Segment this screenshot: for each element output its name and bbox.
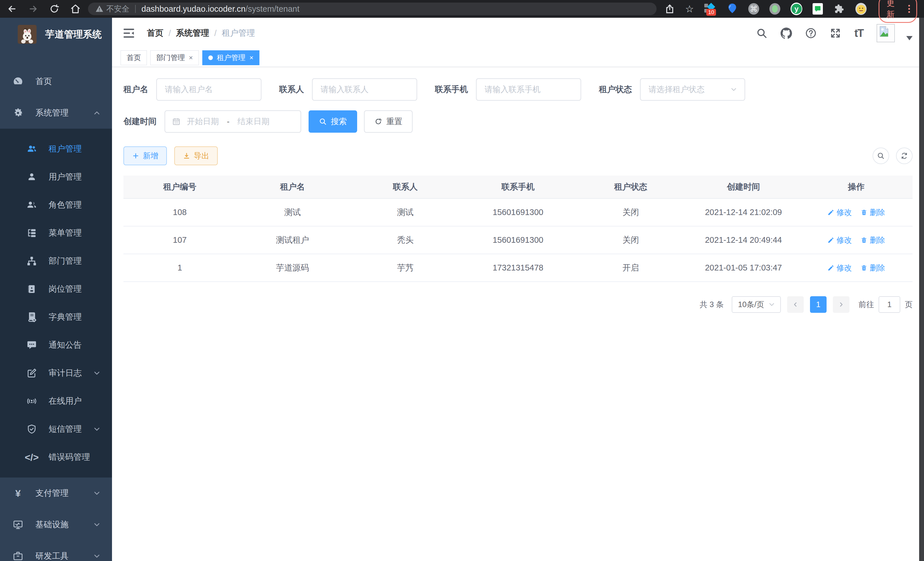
address-bar[interactable]: 不安全 dashboard.yudao.iocoder.cn/system/te… <box>88 3 657 15</box>
sidebar-item-system[interactable]: 系统管理 <box>0 97 112 129</box>
avatar-caret-icon[interactable] <box>906 36 913 40</box>
goto-page-input[interactable] <box>879 296 900 313</box>
contact-input[interactable] <box>312 78 417 101</box>
breadcrumb-separator: / <box>169 29 171 38</box>
extension-y-icon[interactable]: y <box>790 3 802 15</box>
tab-tenant[interactable]: 租户管理 × <box>202 50 260 65</box>
briefcase-icon <box>12 550 24 561</box>
add-button[interactable]: 新增 <box>123 146 167 165</box>
sidebar-item-sms[interactable]: 短信管理 <box>0 415 112 443</box>
calendar-icon <box>172 117 181 126</box>
browser-forward-icon[interactable] <box>28 4 38 14</box>
sidebar-toggle-icon[interactable] <box>122 27 135 40</box>
extension-balloon-icon[interactable] <box>726 3 738 15</box>
search-button[interactable]: 搜索 <box>309 110 357 133</box>
sidebar-item-pay[interactable]: ¥ 支付管理 <box>0 478 112 509</box>
chevron-down-icon <box>93 520 101 529</box>
chrome-update-button[interactable]: 更新 <box>879 0 917 23</box>
bookmark-star-icon[interactable]: ☆ <box>685 4 694 14</box>
trash-icon <box>861 237 867 244</box>
browser-back-icon[interactable] <box>7 4 17 14</box>
toggle-search-button[interactable] <box>873 147 889 164</box>
status-select[interactable]: 请选择租户状态 <box>640 78 745 101</box>
sidebar-menu: 首页 系统管理 租户管理 用户管理 角色管理 <box>0 51 112 561</box>
filter-row-1: 租户名 联系人 联系手机 租户状态 请选择租户状态 <box>123 78 913 101</box>
share-icon[interactable] <box>664 4 675 14</box>
window-edge-scrollbar[interactable] <box>919 18 924 561</box>
delete-link[interactable]: 删除 <box>861 235 885 245</box>
system-submenu: 租户管理 用户管理 角色管理 菜单管理 部门管理 <box>0 129 112 478</box>
chevron-down-icon <box>730 86 738 93</box>
chevron-down-icon <box>93 425 101 433</box>
edit-link[interactable]: 修改 <box>827 263 852 273</box>
browser-reload-icon[interactable] <box>49 4 59 14</box>
sidebar-item-dict[interactable]: 字典管理 <box>0 303 112 331</box>
extension-record-icon[interactable] <box>770 3 780 15</box>
refresh-table-button[interactable] <box>896 147 913 164</box>
sidebar-item-audit-log[interactable]: 审计日志 <box>0 359 112 387</box>
edit-link[interactable]: 修改 <box>827 235 852 245</box>
extension-cmd-icon[interactable]: ⌘ <box>748 3 759 15</box>
profile-avatar-icon[interactable] <box>855 3 867 15</box>
browser-menu-icon[interactable] <box>907 4 912 14</box>
prev-page-button[interactable] <box>787 296 804 313</box>
sidebar-item-tenant[interactable]: 租户管理 <box>0 135 112 163</box>
sidebar-item-label: 审计日志 <box>49 367 82 379</box>
sidebar-item-dev-tools[interactable]: 研发工具 <box>0 540 112 561</box>
breadcrumb-home[interactable]: 首页 <box>147 27 164 39</box>
code-icon: </> <box>26 451 38 463</box>
sidebar-item-post[interactable]: 岗位管理 <box>0 275 112 303</box>
date-start-placeholder: 开始日期 <box>187 116 219 127</box>
browser-home-icon[interactable] <box>70 4 81 14</box>
extension-tiles-icon[interactable]: 10 <box>704 3 716 15</box>
delete-link[interactable]: 删除 <box>861 263 885 273</box>
fullscreen-icon[interactable] <box>830 27 841 39</box>
chevron-down-icon <box>93 369 101 378</box>
current-page-button[interactable]: 1 <box>810 296 826 313</box>
sidebar-logo-row[interactable]: 芋道管理系统 <box>0 18 112 51</box>
user-icon <box>26 171 38 183</box>
page-size-select[interactable]: 10条/页 <box>732 296 781 313</box>
chevron-down-icon <box>93 489 101 498</box>
shield-check-icon <box>26 423 38 435</box>
sidebar-item-menu-mgmt[interactable]: 菜单管理 <box>0 219 112 247</box>
delete-link[interactable]: 删除 <box>861 207 885 218</box>
close-icon[interactable]: × <box>249 54 254 62</box>
export-button[interactable]: 导出 <box>174 146 218 165</box>
tab-home[interactable]: 首页 <box>121 50 147 65</box>
table-row: 107 测试租户 秃头 15601691300 关闭 2021-12-14 20… <box>123 226 913 254</box>
tab-dept[interactable]: 部门管理 × <box>150 50 199 65</box>
github-icon[interactable] <box>781 27 792 39</box>
close-icon[interactable]: × <box>189 54 193 62</box>
security-label[interactable]: 不安全 <box>106 4 129 14</box>
sidebar-item-error-code[interactable]: </> 错误码管理 <box>0 443 112 471</box>
sidebar-item-label: 支付管理 <box>35 487 81 499</box>
sidebar-item-user[interactable]: 用户管理 <box>0 163 112 191</box>
next-page-button[interactable] <box>833 296 849 313</box>
sidebar-item-dept[interactable]: 部门管理 <box>0 247 112 275</box>
extension-chat-icon[interactable] <box>813 3 823 15</box>
sidebar-item-label: 菜单管理 <box>49 227 101 239</box>
tenant-name-input[interactable] <box>156 78 261 101</box>
edit-link[interactable]: 修改 <box>827 207 852 218</box>
cell-tenant-id: 1 <box>123 254 236 282</box>
sidebar-item-home[interactable]: 首页 <box>0 66 112 97</box>
sidebar-item-online-users[interactable]: 在线用户 <box>0 387 112 415</box>
breadcrumb-system[interactable]: 系统管理 <box>176 27 209 39</box>
reset-button[interactable]: 重置 <box>364 110 412 133</box>
sidebar-item-infra[interactable]: 基础设施 <box>0 509 112 540</box>
update-label: 更新 <box>886 0 902 20</box>
header-search-icon[interactable] <box>756 27 767 39</box>
date-end-placeholder: 结束日期 <box>237 116 269 127</box>
omnibox-divider <box>135 5 136 13</box>
table-toolbar: 新增 导出 <box>123 146 913 165</box>
font-size-icon[interactable]: tT <box>854 27 863 39</box>
extensions-puzzle-icon[interactable] <box>833 3 845 15</box>
sidebar-item-role[interactable]: 角色管理 <box>0 191 112 219</box>
table-header-row: 租户编号 租户名 联系人 联系手机 租户状态 创建时间 操作 <box>123 176 913 199</box>
help-icon[interactable] <box>805 27 817 39</box>
sidebar-item-notice[interactable]: 通知公告 <box>0 331 112 359</box>
mobile-input[interactable] <box>476 78 581 101</box>
avatar[interactable] <box>877 24 895 42</box>
create-time-range-picker[interactable]: 开始日期 - 结束日期 <box>165 110 301 133</box>
